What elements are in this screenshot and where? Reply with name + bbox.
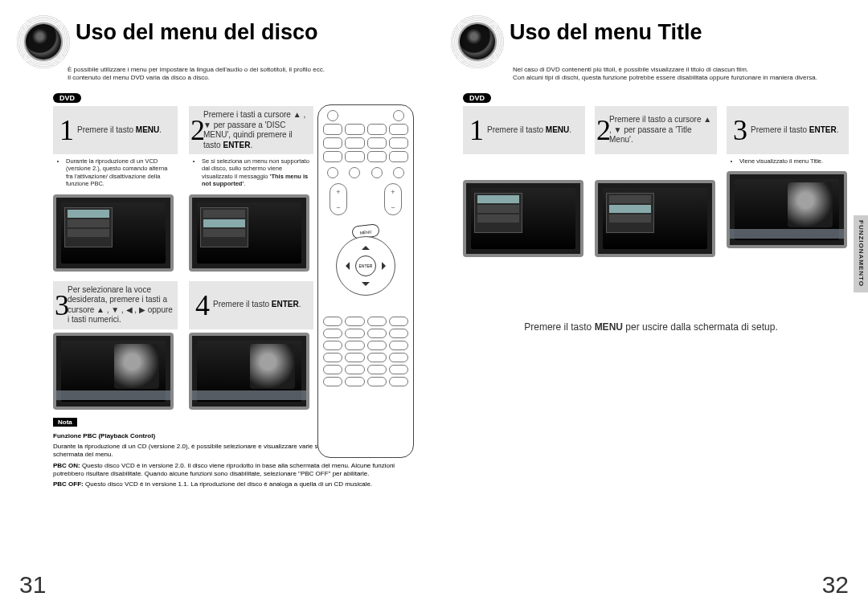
page-number-left: 31 bbox=[19, 571, 46, 599]
tv-screenshot bbox=[189, 194, 309, 272]
footer-note: Premere il tasto MENU per uscire dalla s… bbox=[450, 321, 852, 333]
step-2: 2 Premere i tasti a cursore ▲ , ▼ per pa… bbox=[189, 106, 313, 272]
dvd-badge-left: DVD bbox=[53, 93, 81, 103]
remote-button bbox=[371, 167, 383, 178]
remote-button bbox=[323, 124, 342, 135]
tv-screenshot bbox=[463, 180, 583, 257]
remote-dpad: ENTER bbox=[336, 236, 395, 296]
remote-button bbox=[349, 167, 360, 178]
remote-button bbox=[367, 151, 387, 162]
step-note-text: Viene visualizzato il menu Title. bbox=[739, 157, 847, 165]
remote-button bbox=[323, 341, 342, 350]
remote-button bbox=[345, 329, 364, 338]
remote-button bbox=[389, 137, 408, 149]
remote-button bbox=[389, 377, 408, 386]
nota-heading: Funzione PBC (Playback Control) bbox=[53, 432, 155, 439]
remote-button bbox=[345, 124, 364, 135]
arrow-left-icon bbox=[342, 262, 350, 270]
remote-control-illustration: +− +− MENU ENTER bbox=[317, 104, 414, 458]
page-title-right: Uso del menu Title bbox=[510, 14, 702, 43]
step-num: 2 bbox=[596, 116, 609, 145]
step-3: 3 Premere il tasto ENTER. Viene visualiz… bbox=[727, 106, 849, 257]
remote-button bbox=[393, 167, 404, 178]
step-1: 1 Premere il tasto MENU. Durante la ripr… bbox=[53, 106, 178, 272]
step-num: 3 bbox=[728, 116, 751, 145]
tv-screenshot bbox=[53, 333, 174, 410]
step-num: 1 bbox=[465, 116, 487, 145]
step-num: 2 bbox=[190, 116, 203, 145]
step-text: Premere il tasto MENU. bbox=[487, 125, 571, 136]
step-text: Premere i tasti a cursore ▲ , ▼ per pass… bbox=[203, 110, 309, 150]
arrow-up-icon bbox=[362, 242, 370, 250]
page-subtitle-left: È possibile utilizzare i menu per impost… bbox=[68, 66, 418, 82]
subtitle-line1: Nel caso di DVD contenenti più titoli, è… bbox=[513, 66, 748, 73]
page-32: Uso del menu Title Nel caso di DVD conte… bbox=[434, 0, 868, 613]
step-1: 1 Premere il tasto MENU. bbox=[463, 106, 585, 257]
step-note-text: Se si seleziona un menu non supportato d… bbox=[202, 157, 312, 188]
step-text: Premere il tasto a cursore ▲ , ▼ per pas… bbox=[609, 115, 712, 145]
step-note: Viene visualizzato il menu Title. bbox=[727, 154, 849, 168]
remote-button bbox=[345, 341, 364, 350]
page-number-right: 32 bbox=[822, 571, 849, 599]
step-text: Premere il tasto MENU. bbox=[77, 125, 162, 136]
speaker-icon bbox=[450, 14, 505, 69]
steps-grid-left: 1 Premere il tasto MENU. Durante la ripr… bbox=[53, 106, 326, 410]
step-text: Premere il tasto ENTER. bbox=[213, 300, 301, 310]
remote-button bbox=[367, 377, 387, 386]
dvd-badge-right: DVD bbox=[463, 93, 491, 103]
remote-button bbox=[345, 377, 364, 386]
nota-p2: PBC ON: Questo disco VCD è in versione 2… bbox=[53, 462, 407, 479]
remote-button bbox=[367, 137, 387, 149]
remote-button bbox=[345, 151, 364, 162]
nota-p3-text: Questo disco VCD è in versione 1.1. La r… bbox=[84, 480, 372, 488]
step-note: Se si seleziona un menu non supportato d… bbox=[189, 154, 313, 191]
remote-button bbox=[389, 365, 408, 374]
remote-rocker: +− bbox=[330, 183, 347, 215]
nota-p2-text: Questo disco VCD è in versione 2.0. Il d… bbox=[53, 462, 395, 477]
speaker-icon bbox=[16, 14, 71, 69]
remote-button bbox=[345, 317, 364, 326]
remote-button bbox=[345, 365, 364, 374]
remote-button bbox=[323, 377, 342, 386]
remote-button bbox=[323, 353, 342, 362]
subtitle-line2: Il contenuto del menu DVD varia da disco… bbox=[68, 74, 210, 81]
tv-screenshot bbox=[727, 171, 847, 248]
remote-button bbox=[389, 353, 408, 362]
section-tab: FUNZIONAMENTO bbox=[854, 215, 868, 292]
nota-p3: PBC OFF: Questo disco VCD è in versione … bbox=[53, 480, 407, 488]
remote-button bbox=[345, 137, 364, 149]
remote-button bbox=[323, 151, 342, 162]
remote-button bbox=[389, 317, 408, 326]
subtitle-line2: Con alcuni tipi di dischi, questa funzio… bbox=[513, 74, 817, 81]
step-3: 3 Per selezionare la voce desiderata, pr… bbox=[53, 281, 178, 410]
remote-button bbox=[323, 317, 342, 326]
remote-button bbox=[367, 365, 387, 374]
steps-row-right: 1 Premere il tasto MENU. 2 Premere il ta… bbox=[463, 106, 852, 257]
remote-rocker: +− bbox=[384, 183, 402, 215]
nota-p3-label: PBC OFF: bbox=[53, 480, 84, 488]
step-num: 3 bbox=[55, 291, 68, 320]
remote-power-icon bbox=[327, 110, 338, 121]
step-num: 1 bbox=[55, 116, 77, 145]
step-text: Premere il tasto ENTER. bbox=[751, 125, 839, 136]
page-subtitle-right: Nel caso di DVD contenenti più titoli, è… bbox=[513, 66, 852, 82]
subtitle-line1: È possibile utilizzare i menu per impost… bbox=[68, 66, 325, 73]
remote-button bbox=[389, 151, 408, 162]
step-4: 4 Premere il tasto ENTER. bbox=[189, 281, 313, 410]
remote-button bbox=[367, 329, 387, 338]
nota-label: Nota bbox=[53, 418, 77, 427]
step-text: Per selezionare la voce desiderata, prem… bbox=[68, 285, 173, 325]
step-num: 4 bbox=[190, 291, 213, 320]
remote-enter-button: ENTER bbox=[355, 255, 376, 276]
step-note-text: Durante la riproduzione di un VCD (versi… bbox=[66, 157, 176, 188]
tv-screenshot bbox=[595, 180, 715, 257]
arrow-down-icon bbox=[362, 282, 370, 290]
page-title-left: Uso del menu del disco bbox=[76, 14, 318, 43]
remote-button bbox=[389, 341, 408, 350]
tv-screenshot bbox=[189, 333, 309, 410]
arrow-right-icon bbox=[382, 262, 390, 270]
nota-p2-label: PBC ON: bbox=[53, 462, 80, 469]
remote-button bbox=[367, 353, 387, 362]
remote-button bbox=[389, 329, 408, 338]
step-note: Durante la riproduzione di un VCD (versi… bbox=[53, 154, 178, 191]
